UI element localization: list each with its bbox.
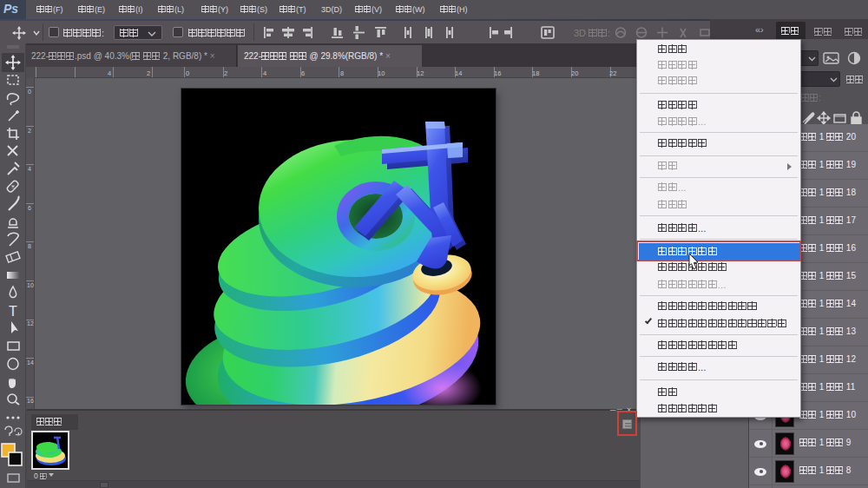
svg-text:T: T: [9, 304, 17, 319]
